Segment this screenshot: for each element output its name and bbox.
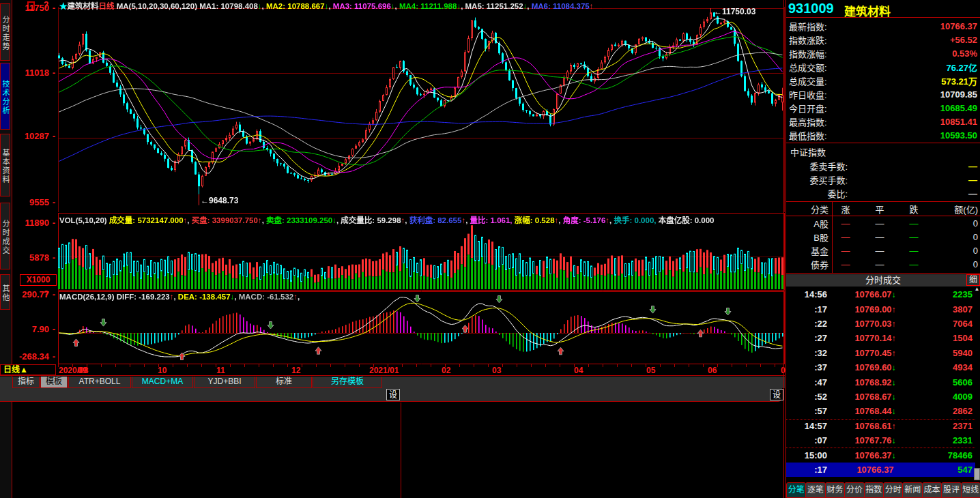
legend-segment: 建筑材料 (68, 2, 99, 10)
quote-tab[interactable]: 股评 (941, 482, 961, 498)
quote-tab[interactable]: 分笔 (786, 482, 806, 498)
quote-tab[interactable]: 财务 (825, 482, 845, 498)
left-view-tab[interactable]: 技术分析 (0, 63, 10, 130)
tick-price: 10768.92↓ (827, 377, 923, 387)
tick-row[interactable]: :52 10768.67↓ 4009 (786, 390, 975, 404)
settings-button-left[interactable]: 设 (386, 389, 400, 400)
legend-segment: , (298, 293, 300, 301)
quote-tab[interactable]: 分时 (883, 482, 903, 498)
volume-scale-badge: X1000 (20, 274, 57, 286)
quote-info-row: 最高指数: 10851.41 (786, 115, 980, 128)
legend-segment: 成交量: 5732147.000 (109, 216, 184, 224)
quote-info-value: 10593.50 (940, 130, 977, 141)
month-label: 11 (216, 366, 225, 375)
quote-tab[interactable]: 分价 (844, 482, 864, 498)
timeline-ticks (58, 364, 783, 367)
tick-row[interactable]: :32 10770.45↑ 5940 (786, 346, 975, 360)
quote-tab[interactable]: 新闻 (902, 482, 922, 498)
tick-row[interactable]: 15:00 10766.37↓ 78466 (786, 448, 975, 462)
quote-info-value: 10709.85 (940, 89, 977, 100)
legend-segment: MA(5,10,20,30,60,120) (115, 2, 200, 10)
legend-segment: MA4: 11211.988 (399, 2, 457, 10)
quote-info-row: 指数涨跌: +56.52 (786, 33, 980, 46)
legend-segment: MA2: 10788.667 (266, 2, 325, 10)
tick-volume: 4009 (923, 392, 972, 402)
legend-segment: MACD(26,12,9) (59, 293, 117, 301)
tick-time: :22 (789, 319, 827, 329)
market-class-header: 分类 涨 平 跌 额(亿) (786, 202, 980, 216)
left-view-tab[interactable]: 基本资料 (0, 134, 10, 196)
tick-row[interactable]: 14:56 10766.07↓ 2235 (786, 287, 975, 302)
legend-segment: 角度: -5.176 (563, 216, 606, 224)
quote-tab[interactable]: 成本 (922, 482, 942, 498)
month-label: 04 (574, 366, 583, 375)
quote-info-label: 总成交额: (789, 61, 827, 74)
left-view-tab[interactable]: 分时成交 (0, 203, 10, 269)
scroll-thumb[interactable] (974, 468, 980, 480)
macd-chart[interactable] (58, 291, 785, 364)
tick-row[interactable]: :17 10769.00↑ 3807 (786, 302, 975, 316)
quote-tab[interactable]: 指数 (864, 482, 884, 498)
template-tab[interactable]: 另存模板 (313, 377, 382, 388)
tick-row[interactable]: :37 10769.60↓ 4934 (786, 360, 975, 375)
tick-time: :17 (789, 465, 827, 475)
left-tab-strip: 分时走势 技术分析 基本资料 分时成交 其他 (0, 0, 12, 498)
scroll-up-icon[interactable]: ▲ (974, 287, 980, 292)
quote-info-label: 最新指数: (789, 20, 827, 33)
tick-time: :57 (789, 406, 827, 416)
legend-segment: 涨幅: 0.528 (515, 216, 555, 224)
detail-button[interactable]: 细 (966, 274, 980, 286)
quote-info-label: 昨日收盘: (789, 88, 827, 101)
scrollbar[interactable]: ▲ (974, 287, 980, 478)
quote-panel-tabs: 分笔 逐笔 财务 分价 指数 分时 新闻 (786, 482, 980, 498)
tick-row[interactable]: :17 10766.37 547 (786, 463, 975, 477)
high-annotation: ←11750.03 (714, 7, 755, 16)
tick-row[interactable]: :22 10770.03↑ 7064 (786, 317, 975, 331)
period-label: 日线 (3, 365, 20, 375)
legend-segment: 买盘: 3399037.750 (192, 216, 258, 224)
legend-segment: VOL(5,10,20) (59, 216, 109, 224)
template-tab[interactable]: 指标 (12, 377, 40, 388)
tick-volume: 2371 (923, 421, 972, 431)
axis-label: 11750 (25, 3, 55, 13)
template-tab[interactable]: MACD+MA (132, 377, 193, 388)
timeline[interactable]: 日线▲ 2020/08 09 10 11 12 2021/01 (0, 364, 785, 376)
month-label: 09 (78, 366, 87, 375)
period-arrow-icon: ▲ (20, 365, 28, 375)
left-view-tab[interactable]: 分时走势 (0, 3, 10, 61)
tick-price: 10766.37 (827, 465, 923, 475)
legend-segment: 卖盘: 2333109.250 (266, 216, 332, 224)
order-info-row: 委卖手数: — (786, 159, 980, 173)
candlestick-chart[interactable] (58, 7, 785, 212)
quote-tab[interactable]: 短线 (961, 482, 980, 498)
tick-price: 10770.14↑ (827, 333, 923, 343)
stock-terminal: { "left_tabs": [ {"label":"分时走势","y":5,"… (0, 0, 980, 498)
tick-volume: 2331 (923, 435, 972, 445)
template-tab[interactable]: 模板 (40, 377, 68, 388)
tick-row[interactable]: :07 10767.76↓ 2331 (786, 433, 975, 448)
axis-label: -268.34 (19, 351, 55, 362)
legend-segment: DIFF: -169.223 (117, 293, 170, 301)
tick-row[interactable]: :57 10768.44↓ 2862 (786, 404, 975, 418)
tick-volume: 2235 (923, 289, 972, 299)
month-label: 06 (708, 366, 717, 375)
quote-info-value: 10766.37 (940, 21, 977, 31)
template-tab[interactable]: ATR+BOLL (68, 377, 131, 388)
template-tab[interactable]: 标准 (256, 377, 312, 388)
settings-button-right[interactable]: 设 (770, 389, 783, 400)
legend-segment: 换手: 0.000, (614, 216, 658, 224)
axis-label: 11018 (25, 68, 55, 78)
tick-volume: 547 (923, 465, 972, 475)
tick-row[interactable]: 14:57 10768.61↑ 2371 (786, 419, 975, 433)
tick-volume: 3807 (923, 304, 972, 314)
template-tab[interactable]: YJD+BBI (194, 377, 255, 388)
tick-row[interactable]: :47 10768.92↓ 5606 (786, 375, 975, 389)
left-view-tab[interactable]: 其他 (0, 274, 10, 310)
tick-time: :07 (789, 435, 827, 445)
period-selector[interactable]: 日线▲ (0, 364, 56, 375)
tick-row[interactable]: :27 10770.14↑ 1504 (786, 331, 975, 345)
quote-tab[interactable]: 逐笔 (805, 482, 825, 498)
divider (786, 143, 980, 143)
tick-volume: 78466 (923, 450, 972, 460)
tick-volume: 7064 (923, 319, 972, 329)
